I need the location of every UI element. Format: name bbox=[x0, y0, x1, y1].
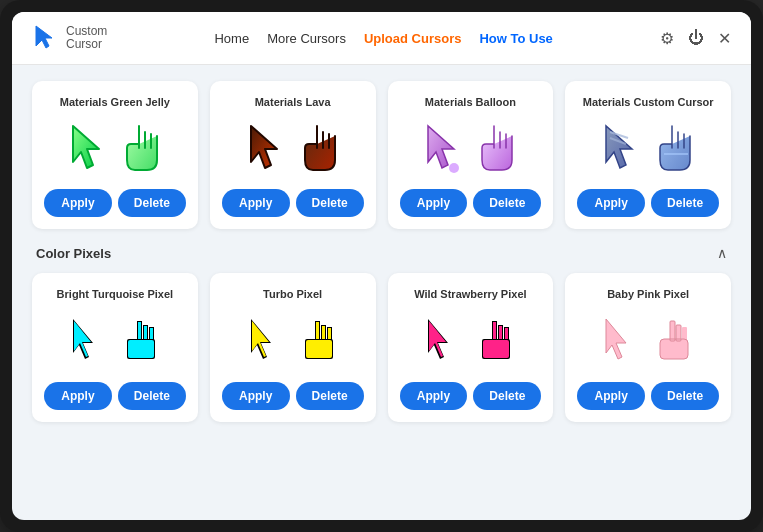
collapse-icon[interactable]: ∧ bbox=[717, 245, 727, 261]
card-buttons-custom: Apply Delete bbox=[577, 189, 719, 217]
delete-button-yellow-pixel[interactable]: Delete bbox=[296, 382, 364, 410]
card-buttons-green-jelly: Apply Delete bbox=[44, 189, 186, 217]
color-pixels-grid: Bright Turquoise Pixel bbox=[32, 273, 731, 421]
app-window: Custom Cursor Home More Cursors Upload C… bbox=[12, 12, 751, 520]
card-green-jelly: Materials Green Jelly bbox=[32, 81, 198, 229]
delete-button-babypink-pixel[interactable]: Delete bbox=[651, 382, 719, 410]
cursor-arrow-custom bbox=[600, 124, 644, 174]
delete-button-lava[interactable]: Delete bbox=[296, 189, 364, 217]
cursor-hand-balloon bbox=[474, 124, 518, 174]
cursor-hand-green-jelly bbox=[119, 124, 163, 174]
svg-rect-26 bbox=[505, 328, 508, 340]
card-title-teal-pixel: Bright Turquoise Pixel bbox=[57, 287, 174, 301]
close-icon[interactable]: ✕ bbox=[718, 29, 731, 48]
svg-rect-6 bbox=[138, 322, 141, 340]
card-title-green-jelly: Materials Green Jelly bbox=[60, 95, 170, 109]
cursor-hand-custom bbox=[652, 124, 696, 174]
apply-button-pink-pixel[interactable]: Apply bbox=[400, 382, 468, 410]
nav-more-cursors[interactable]: More Cursors bbox=[267, 31, 346, 46]
header-icons: ⚙ ⏻ ✕ bbox=[660, 29, 731, 48]
card-buttons-teal-pixel: Apply Delete bbox=[44, 382, 186, 410]
cursor-arrow-babypink-pixel bbox=[600, 317, 644, 367]
cursor-images-custom bbox=[600, 119, 696, 179]
nav-home[interactable]: Home bbox=[214, 31, 249, 46]
cursor-images-lava bbox=[245, 119, 341, 179]
cursor-hand-teal-pixel bbox=[119, 317, 163, 367]
card-buttons-yellow-pixel: Apply Delete bbox=[222, 382, 364, 410]
apply-button-green-jelly[interactable]: Apply bbox=[44, 189, 112, 217]
content-area: Materials Green Jelly bbox=[12, 65, 751, 520]
apply-button-teal-pixel[interactable]: Apply bbox=[44, 382, 112, 410]
apply-button-custom[interactable]: Apply bbox=[577, 189, 645, 217]
cursor-images-babypink-pixel bbox=[600, 312, 696, 372]
svg-rect-22 bbox=[493, 322, 496, 340]
logo: Custom Cursor bbox=[32, 24, 107, 52]
delete-button-custom[interactable]: Delete bbox=[651, 189, 719, 217]
svg-rect-14 bbox=[316, 322, 319, 340]
materials-grid: Materials Green Jelly bbox=[32, 81, 731, 229]
card-buttons-lava: Apply Delete bbox=[222, 189, 364, 217]
main-nav: Home More Cursors Upload Cursors How To … bbox=[214, 31, 552, 46]
svg-marker-0 bbox=[36, 26, 52, 48]
svg-rect-12 bbox=[128, 340, 154, 358]
svg-rect-29 bbox=[670, 321, 675, 341]
card-title-balloon: Materials Balloon bbox=[425, 95, 516, 109]
header: Custom Cursor Home More Cursors Upload C… bbox=[12, 12, 751, 65]
card-teal-pixel: Bright Turquoise Pixel bbox=[32, 273, 198, 421]
cursor-hand-babypink-pixel bbox=[652, 317, 696, 367]
cursor-images-yellow-pixel bbox=[245, 312, 341, 372]
cursor-images-green-jelly bbox=[67, 119, 163, 179]
cursor-images-teal-pixel bbox=[67, 312, 163, 372]
svg-rect-28 bbox=[483, 340, 509, 358]
cursor-arrow-teal-pixel bbox=[67, 317, 111, 367]
delete-button-green-jelly[interactable]: Delete bbox=[118, 189, 186, 217]
apply-button-yellow-pixel[interactable]: Apply bbox=[222, 382, 290, 410]
svg-rect-10 bbox=[150, 328, 153, 340]
apply-button-babypink-pixel[interactable]: Apply bbox=[577, 382, 645, 410]
card-balloon: Materials Balloon bbox=[388, 81, 554, 229]
apply-button-lava[interactable]: Apply bbox=[222, 189, 290, 217]
svg-rect-24 bbox=[499, 326, 502, 340]
cursor-arrow-lava bbox=[245, 124, 289, 174]
nav-upload-cursors[interactable]: Upload Cursors bbox=[364, 31, 462, 46]
logo-line2: Cursor bbox=[66, 38, 107, 51]
cursor-hand-pink-pixel bbox=[474, 317, 518, 367]
power-icon[interactable]: ⏻ bbox=[688, 29, 704, 47]
color-pixels-section-header: Color Pixels ∧ bbox=[32, 245, 731, 261]
cursor-images-pink-pixel bbox=[422, 312, 518, 372]
svg-rect-8 bbox=[144, 326, 147, 340]
cursor-images-balloon bbox=[422, 119, 518, 179]
logo-text: Custom Cursor bbox=[66, 25, 107, 51]
svg-rect-16 bbox=[322, 326, 325, 340]
svg-rect-18 bbox=[328, 328, 331, 340]
card-title-pink-pixel: Wild Strawberry Pixel bbox=[414, 287, 526, 301]
delete-button-balloon[interactable]: Delete bbox=[473, 189, 541, 217]
delete-button-teal-pixel[interactable]: Delete bbox=[118, 382, 186, 410]
nav-how-to-use[interactable]: How To Use bbox=[479, 31, 552, 46]
card-title-yellow-pixel: Turbo Pixel bbox=[263, 287, 322, 301]
card-lava: Materials Lava bbox=[210, 81, 376, 229]
card-pink-pixel: Wild Strawberry Pixel bbox=[388, 273, 554, 421]
logo-icon bbox=[32, 24, 60, 52]
cursor-arrow-green-jelly bbox=[67, 124, 111, 174]
cursor-arrow-balloon bbox=[422, 124, 466, 174]
svg-rect-32 bbox=[660, 339, 688, 359]
cursor-arrow-yellow-pixel bbox=[245, 317, 289, 367]
cursor-hand-yellow-pixel bbox=[297, 317, 341, 367]
apply-button-balloon[interactable]: Apply bbox=[400, 189, 468, 217]
card-buttons-balloon: Apply Delete bbox=[400, 189, 542, 217]
card-buttons-pink-pixel: Apply Delete bbox=[400, 382, 542, 410]
card-title-lava: Materials Lava bbox=[255, 95, 331, 109]
card-title-custom: Materials Custom Cursor bbox=[583, 95, 714, 109]
card-buttons-babypink-pixel: Apply Delete bbox=[577, 382, 719, 410]
color-pixels-title: Color Pixels bbox=[36, 246, 111, 261]
card-yellow-pixel: Turbo Pixel bbox=[210, 273, 376, 421]
cursor-hand-lava bbox=[297, 124, 341, 174]
card-custom: Materials Custom Cursor bbox=[565, 81, 731, 229]
svg-point-1 bbox=[449, 163, 459, 173]
delete-button-pink-pixel[interactable]: Delete bbox=[473, 382, 541, 410]
settings-icon[interactable]: ⚙ bbox=[660, 29, 674, 48]
card-title-babypink-pixel: Baby Pink Pixel bbox=[607, 287, 689, 301]
cursor-arrow-pink-pixel bbox=[422, 317, 466, 367]
card-babypink-pixel: Baby Pink Pixel bbox=[565, 273, 731, 421]
